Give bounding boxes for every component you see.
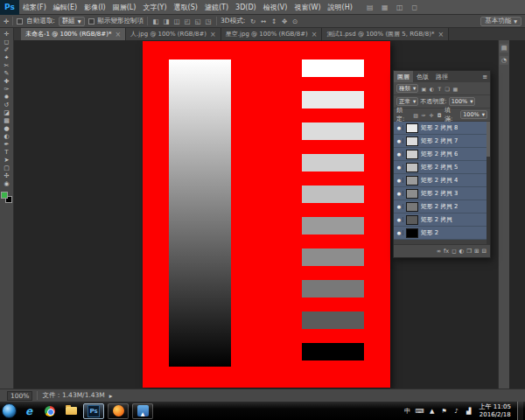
layer-name[interactable]: 矩形 2 拷貝 7 (421, 136, 458, 145)
3d-roll-icon[interactable]: ↔ (259, 18, 268, 25)
layer-name[interactable]: 矩形 2 拷貝 3 (421, 189, 458, 198)
menu-layer[interactable]: 圖層(L) (109, 0, 140, 15)
3d-slide-icon[interactable]: ✥ (280, 18, 289, 25)
hidden-icons-chevron[interactable]: ▲ (428, 408, 437, 415)
workspace-switcher[interactable]: 基本功能 ▾ (480, 17, 522, 26)
internet-explorer-icon[interactable]: e (20, 403, 38, 419)
volume-icon[interactable]: ♪ (452, 408, 461, 415)
dodge-tool[interactable]: ◐ (1, 133, 13, 141)
opacity-dropdown[interactable]: 100% ▾ (449, 97, 476, 106)
zoom-level-field[interactable]: 100% (7, 391, 32, 401)
close-icon[interactable]: × (210, 31, 216, 38)
menu-image[interactable]: 影像(I) (80, 0, 109, 15)
visibility-eye-icon[interactable]: ● (396, 164, 403, 170)
eraser-tool[interactable]: ◪ (1, 109, 13, 117)
visibility-eye-icon[interactable]: ● (396, 178, 403, 183)
visibility-eye-icon[interactable]: ● (396, 204, 403, 209)
menu-file[interactable]: 檔案(F) (19, 0, 50, 15)
gradient-tool[interactable]: ▩ (1, 117, 13, 125)
visibility-eye-icon[interactable]: ● (396, 151, 403, 157)
eyedropper-tool[interactable]: ✎ (1, 70, 13, 78)
menu-select[interactable]: 選取(S) (171, 0, 201, 15)
panel-menu-icon[interactable]: ≡ (480, 71, 490, 82)
lock-pixels-icon[interactable]: ✑ (420, 112, 427, 118)
align-center-icon[interactable]: ◨ (162, 18, 171, 25)
layer-name[interactable]: 矩形 2 拷貝 6 (421, 150, 458, 158)
move-tool[interactable]: ✛ (1, 31, 13, 38)
healing-brush-tool[interactable]: ✚ (1, 78, 13, 86)
layer-row[interactable]: ● 矩形 2 (394, 227, 490, 240)
new-layer-icon[interactable]: ⊞ (474, 248, 479, 255)
3d-drag-icon[interactable]: ↕ (270, 18, 278, 25)
status-flyout-arrow-icon[interactable]: ▸ (109, 392, 113, 400)
history-brush-tool[interactable]: ↺ (1, 102, 13, 109)
menu-filter[interactable]: 濾鏡(T) (201, 0, 232, 15)
visibility-eye-icon[interactable]: ● (396, 217, 403, 222)
visibility-eye-icon[interactable]: ● (396, 191, 403, 196)
view-extras-icon[interactable]: ▦ (380, 4, 390, 11)
layer-row[interactable]: ● 矩形 2 拷貝 8 (394, 122, 490, 135)
layer-name[interactable]: 矩形 2 拷貝 8 (421, 123, 458, 132)
delete-layer-icon[interactable]: ⊟ (482, 248, 486, 255)
photoshop-taskbar-button[interactable]: Ps (83, 403, 104, 419)
foreground-color-swatch[interactable] (1, 192, 8, 199)
canvas-area[interactable]: ▤ ◔ 圖層 色版 路徑 ≡ 種類 ▾ ▣ ◐ T ❏ (14, 40, 525, 388)
tab-ren-jpg[interactable]: 人.jpg @ 100% (RGB/8#) × (126, 28, 221, 40)
pen-tool[interactable]: ✒ (1, 141, 13, 149)
visibility-eye-icon[interactable]: ● (396, 125, 403, 130)
layer-row[interactable]: ● 矩形 2 拷貝 2 (394, 200, 490, 214)
filter-type-icon[interactable]: T (436, 86, 443, 92)
blend-mode-dropdown[interactable]: 正常 ▾ (396, 97, 418, 106)
layer-style-icon[interactable]: fx (444, 248, 449, 255)
network-icon[interactable]: ▟ (465, 408, 473, 415)
path-selection-tool[interactable]: ➤ (1, 157, 13, 164)
type-tool[interactable]: T (1, 149, 13, 157)
tab-ceshi1-psd[interactable]: 測試1.psd @ 100% (圖層 5, RGB/8)* × (322, 28, 449, 40)
menu-3d[interactable]: 3D(D) (232, 0, 260, 15)
layer-row[interactable]: ● 矩形 2 拷貝 3 (394, 187, 490, 200)
add-layer-mask-icon[interactable]: ◻ (452, 248, 456, 255)
menu-view[interactable]: 檢視(V) (260, 0, 291, 15)
link-layers-icon[interactable]: ∞ (437, 248, 441, 255)
lock-position-icon[interactable]: ✛ (428, 112, 435, 118)
lasso-tool[interactable]: ✐ (1, 46, 13, 54)
3d-scale-icon[interactable]: ⊙ (290, 18, 299, 25)
browser-taskbar-button[interactable] (108, 403, 129, 419)
close-icon[interactable]: × (115, 31, 121, 38)
auto-select-dropdown[interactable]: 群組 ▾ (59, 17, 85, 26)
layer-row[interactable]: ● 矩形 2 拷貝 4 (394, 174, 490, 187)
filter-pixel-icon[interactable]: ▣ (420, 86, 427, 92)
close-icon[interactable]: × (438, 31, 444, 38)
taskbar-clock[interactable]: 上午 11:05 2016/2/18 (477, 403, 514, 418)
tab-untitled-1[interactable]: 未命名-1 @ 100% (RGB/8#)* × (21, 28, 126, 40)
layer-name[interactable]: 矩形 2 拷貝 4 (421, 176, 458, 185)
tab-paths[interactable]: 路徑 (432, 71, 452, 82)
tab-channels[interactable]: 色版 (413, 71, 432, 82)
bridge-icon[interactable]: ▤ (365, 4, 375, 11)
brush-tool[interactable]: ✑ (1, 86, 13, 94)
tab-layers[interactable]: 圖層 (394, 71, 413, 82)
align-bottom-icon[interactable]: ◳ (204, 18, 213, 25)
visibility-eye-icon[interactable]: ● (396, 138, 403, 144)
quick-selection-tool[interactable]: ✦ (1, 54, 13, 62)
layer-name[interactable]: 矩形 2 拷貝 2 (421, 202, 458, 211)
clone-stamp-tool[interactable]: ✹ (1, 94, 13, 102)
layer-row[interactable]: ● 矩形 2 拷貝 5 (394, 161, 490, 174)
start-button[interactable] (2, 403, 17, 418)
keyboard-icon[interactable]: ⌨ (416, 408, 424, 415)
align-middle-icon[interactable]: ◱ (193, 18, 202, 25)
screen-mode-icon[interactable]: ◻ (410, 4, 420, 11)
filter-kind-dropdown[interactable]: 種類 ▾ (396, 84, 418, 93)
ime-language-indicator[interactable]: 中 (403, 407, 412, 416)
collapsed-panel-icon[interactable]: ◔ (500, 56, 508, 65)
menu-type[interactable]: 文字(Y) (139, 0, 170, 15)
fill-dropdown[interactable]: 100% ▾ (460, 110, 487, 119)
layer-name[interactable]: 矩形 2 拷貝 5 (421, 163, 458, 172)
document-canvas[interactable] (143, 41, 390, 388)
filter-adjustment-icon[interactable]: ◐ (428, 86, 435, 92)
auto-select-checkbox[interactable] (17, 18, 23, 24)
layer-row[interactable]: ● 矩形 2 拷貝 7 (394, 135, 490, 148)
filter-smart-object-icon[interactable]: ▦ (452, 86, 458, 92)
layer-name[interactable]: 矩形 2 拷貝 (421, 215, 452, 224)
blur-tool[interactable]: ● (1, 125, 13, 133)
